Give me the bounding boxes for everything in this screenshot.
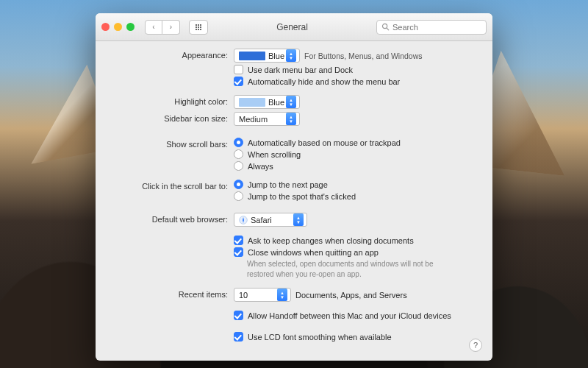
chevron-updown-icon: ▲▼ (293, 213, 304, 226)
search-icon (381, 23, 390, 31)
highlight-label: Highlight color: (107, 95, 234, 106)
zoom-icon[interactable] (126, 23, 135, 31)
forward-button[interactable]: › (162, 20, 180, 35)
click-scroll-opt-1: Jump to the spot that's clicked (248, 192, 356, 201)
appearance-value: Blue (268, 52, 284, 60)
grid-icon (196, 24, 201, 30)
nav-back-forward: ‹ › (145, 20, 180, 35)
help-button[interactable]: ? (469, 339, 482, 352)
scrollbars-opt-1: When scrolling (248, 150, 301, 159)
click-scroll-label: Click in the scroll bar to: (107, 180, 234, 191)
svg-point-0 (382, 24, 387, 28)
chevron-updown-icon: ▲▼ (277, 289, 287, 301)
handoff-checkbox[interactable] (234, 311, 243, 320)
autohide-menu-checkbox[interactable] (234, 77, 243, 86)
recent-value: 10 (239, 291, 248, 300)
general-pane: Appearance: Blue ▲▼ For Buttons, Menus, … (96, 41, 492, 361)
titlebar: ‹ › General (96, 13, 492, 41)
svg-line-1 (387, 28, 389, 30)
autohide-menu-label: Automatically hide and show the menu bar (248, 77, 400, 86)
scrollbars-label: Show scroll bars: (107, 138, 234, 149)
close-windows-note: When selected, open documents and window… (234, 259, 454, 279)
window-title: General (212, 22, 372, 32)
help-icon: ? (473, 341, 478, 350)
preferences-window: ‹ › General Appearance: Blue ▲▼ (96, 13, 492, 361)
back-button[interactable]: ‹ (145, 20, 162, 35)
scrollbars-radio-always[interactable] (234, 161, 243, 171)
color-swatch-icon (239, 98, 265, 107)
scrollbars-radio-scrolling[interactable] (234, 149, 243, 159)
click-scroll-radio-page[interactable] (234, 180, 243, 189)
close-windows-label: Close windows when quitting an app (248, 248, 379, 257)
ask-changes-checkbox[interactable] (234, 236, 243, 245)
sidebar-size-value: Medium (239, 115, 268, 124)
safari-icon (239, 216, 248, 224)
highlight-value: Blue (268, 98, 284, 107)
browser-label: Default web browser: (107, 213, 234, 224)
minimize-icon[interactable] (114, 23, 122, 31)
show-all-button[interactable] (189, 20, 208, 35)
click-scroll-opt-0: Jump to the next page (248, 180, 328, 189)
dark-menu-label: Use dark menu bar and Dock (248, 66, 353, 74)
chevron-updown-icon: ▲▼ (286, 96, 296, 108)
close-icon[interactable] (101, 23, 110, 31)
appearance-hint: For Buttons, Menus, and Windows (304, 52, 423, 60)
lcd-smoothing-label: Use LCD font smoothing when available (248, 333, 392, 342)
color-swatch-icon (239, 52, 265, 60)
recent-select[interactable]: 10 ▲▼ (234, 288, 291, 302)
handoff-label: Allow Handoff between this Mac and your … (248, 311, 451, 320)
recent-label: Recent items: (107, 288, 234, 299)
appearance-label: Appearance: (107, 49, 234, 60)
ask-changes-label: Ask to keep changes when closing documen… (248, 236, 414, 245)
sidebar-size-select[interactable]: Medium ▲▼ (234, 112, 300, 126)
close-windows-checkbox[interactable] (234, 247, 243, 257)
scrollbars-opt-2: Always (248, 162, 273, 171)
browser-value: Safari (251, 216, 272, 224)
appearance-select[interactable]: Blue ▲▼ (234, 49, 300, 63)
recent-suffix: Documents, Apps, and Servers (295, 291, 407, 300)
chevron-updown-icon: ▲▼ (286, 113, 296, 125)
click-scroll-radio-spot[interactable] (234, 191, 243, 201)
scrollbars-radio-auto[interactable] (234, 138, 243, 147)
browser-select[interactable]: Safari ▲▼ (234, 213, 307, 227)
sidebar-size-label: Sidebar icon size: (107, 112, 234, 123)
highlight-select[interactable]: Blue ▲▼ (234, 95, 300, 109)
traffic-lights (101, 23, 135, 31)
chevron-updown-icon: ▲▼ (286, 49, 296, 62)
dark-menu-checkbox[interactable] (234, 65, 243, 74)
scrollbars-opt-0: Automatically based on mouse or trackpad (248, 138, 401, 147)
search-input[interactable] (392, 23, 481, 32)
search-field[interactable] (376, 20, 487, 35)
lcd-smoothing-checkbox[interactable] (234, 332, 243, 342)
